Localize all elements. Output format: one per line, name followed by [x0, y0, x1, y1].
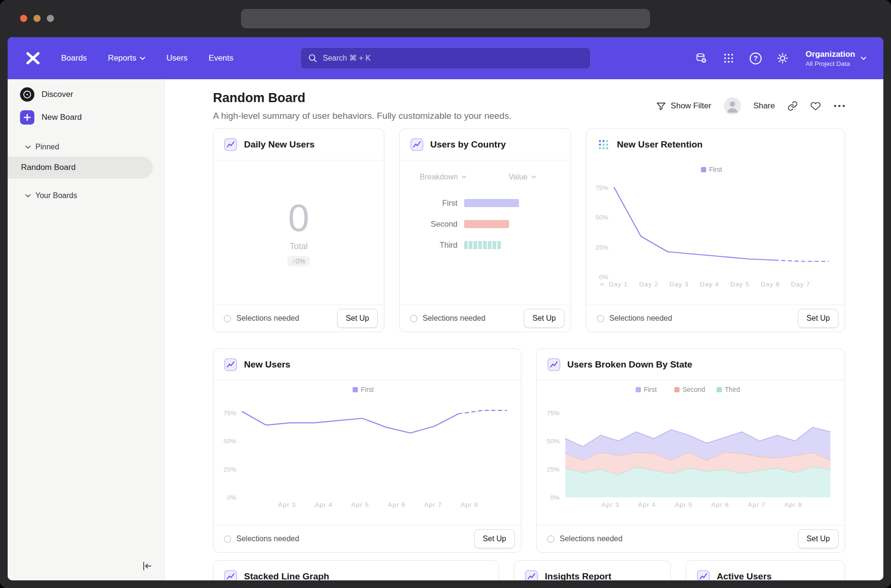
- sidebar-item-discover[interactable]: Discover: [8, 83, 164, 106]
- collapse-sidebar-icon[interactable]: [140, 559, 154, 573]
- sidebar-section-pinned[interactable]: Pinned: [8, 137, 164, 157]
- app-header: Boards Reports Users Events: [8, 37, 883, 79]
- help-icon[interactable]: ?: [750, 52, 762, 64]
- setup-button[interactable]: Set Up: [798, 529, 838, 548]
- svg-text:50%: 50%: [595, 214, 608, 221]
- svg-text:Apr 8: Apr 8: [785, 501, 802, 508]
- address-bar[interactable]: [241, 9, 650, 28]
- settings-gear-icon[interactable]: [776, 52, 789, 65]
- more-options-icon[interactable]: [833, 104, 846, 108]
- card-title: Users Broken Down By State: [567, 359, 692, 370]
- global-search[interactable]: [300, 47, 591, 69]
- card-users-by-country: Users by Country Breakdown Value: [399, 128, 571, 332]
- svg-text:Apr 7: Apr 7: [748, 501, 765, 508]
- app-window: Boards Reports Users Events: [0, 0, 891, 588]
- close-window-button[interactable]: [20, 15, 27, 22]
- stat-value: 0: [288, 199, 309, 237]
- svg-text:25%: 25%: [223, 466, 236, 473]
- setup-button[interactable]: Set Up: [474, 529, 515, 548]
- new-users-line-chart: 75%50%25%0%Apr 3Apr 4Apr 5Apr 6Apr 7Apr …: [213, 380, 521, 525]
- minimize-window-button[interactable]: [33, 15, 41, 22]
- card-body: 75%50%25%0%Apr 3Apr 4Apr 5Apr 6Apr 7Apr …: [537, 380, 845, 525]
- show-filter-button[interactable]: Show Filter: [656, 101, 711, 111]
- card-title: Daily New Users: [244, 139, 315, 150]
- card-body: Breakdown Value: [400, 160, 571, 304]
- sidebar-item-new-board[interactable]: New Board: [8, 106, 164, 129]
- chevron-down-icon: [140, 57, 145, 60]
- window-titlebar: [0, 0, 891, 37]
- card-title: Stacked Line Graph: [244, 571, 329, 581]
- setup-button[interactable]: Set Up: [337, 309, 378, 328]
- status-text: Selections needed: [560, 535, 623, 543]
- card-stacked-line-graph: Stacked Line Graph: [213, 560, 499, 580]
- card-title: New Users: [244, 359, 290, 370]
- share-button[interactable]: Share: [753, 101, 775, 111]
- stat-delta: ↑0%: [287, 256, 309, 266]
- content-row: Discover New Board Pinned Random Board: [8, 79, 883, 580]
- card-footer: Selections needed Set Up: [586, 304, 845, 332]
- nav-boards[interactable]: Boards: [61, 53, 87, 63]
- card-title: Users by Country: [430, 139, 506, 150]
- nav-reports[interactable]: Reports: [108, 53, 146, 63]
- org-project: All Project Data: [806, 60, 855, 67]
- setup-button[interactable]: Set Up: [798, 309, 838, 328]
- card-new-user-retention: New User Retention 75%50%25%0%Day 1Day 2…: [586, 128, 845, 332]
- mixpanel-logo-icon[interactable]: [25, 50, 41, 66]
- svg-text:First: First: [361, 386, 374, 393]
- nav-users[interactable]: Users: [166, 53, 187, 63]
- retention-line-chart: 75%50%25%0%Day 1Day 2Day 3Day 4Day 5Day …: [586, 160, 845, 304]
- svg-text:Day 6: Day 6: [761, 281, 780, 288]
- country-bar-first: [464, 199, 519, 207]
- card-header: Stacked Line Graph: [213, 561, 499, 580]
- country-row-label: Third: [400, 241, 457, 250]
- status-ring-icon: [224, 315, 231, 322]
- data-management-icon[interactable]: [694, 52, 708, 65]
- svg-text:Apr 6: Apr 6: [388, 501, 405, 508]
- svg-text:Day 5: Day 5: [730, 281, 749, 288]
- value-dropdown[interactable]: Value: [509, 173, 536, 181]
- sidebar-item-random-board[interactable]: Random Board: [8, 157, 153, 178]
- apps-grid-icon[interactable]: [722, 52, 735, 65]
- org-switcher[interactable]: Organization All Project Data: [806, 49, 866, 67]
- zoom-window-button[interactable]: [47, 15, 54, 22]
- card-header: New Users: [213, 349, 521, 380]
- chevron-down-icon: [861, 57, 866, 60]
- country-bars: First Second Third: [400, 199, 571, 250]
- nav-events-label: Events: [209, 53, 233, 63]
- favorite-heart-icon[interactable]: [810, 101, 821, 111]
- status-text: Selections needed: [236, 314, 299, 323]
- card-daily-new-users: Daily New Users 0 Total ↑0% Selections n…: [213, 128, 384, 332]
- breakdown-label: Breakdown: [420, 173, 458, 181]
- svg-text:Apr 3: Apr 3: [602, 501, 619, 508]
- line-chart-icon: [224, 358, 237, 371]
- svg-text:0%: 0%: [227, 494, 236, 501]
- search-input[interactable]: [323, 54, 583, 63]
- card-header: Users Broken Down By State: [537, 349, 845, 380]
- svg-text:First: First: [644, 386, 657, 393]
- card-users-by-state: Users Broken Down By State 75%50%25%0%Ap…: [536, 348, 845, 553]
- avatar[interactable]: [724, 97, 741, 115]
- status-ring-icon: [547, 536, 554, 543]
- setup-button[interactable]: Set Up: [524, 309, 564, 328]
- copy-link-icon[interactable]: [787, 101, 798, 111]
- new-board-label: New Board: [42, 113, 82, 122]
- search-icon: [308, 53, 318, 63]
- card-header: Daily New Users: [213, 129, 384, 160]
- svg-text:Apr 3: Apr 3: [278, 501, 296, 508]
- breakdown-dropdown[interactable]: Breakdown: [420, 173, 509, 181]
- primary-nav: Boards Reports Users Events: [61, 53, 233, 63]
- svg-text:25%: 25%: [595, 244, 608, 251]
- sidebar-section-your-boards[interactable]: Your Boards: [8, 186, 164, 205]
- svg-text:Apr 4: Apr 4: [315, 501, 332, 508]
- svg-text:Apr 6: Apr 6: [711, 501, 729, 508]
- stat-label: Total: [289, 242, 308, 252]
- line-chart-icon: [410, 138, 424, 151]
- country-row-label: Second: [400, 220, 457, 229]
- page-title: Random Board: [213, 91, 306, 105]
- card-footer: Selections needed Set Up: [213, 304, 384, 332]
- card-new-users: New Users 75%50%25%0%Apr 3Apr 4Apr 5Apr …: [213, 348, 521, 553]
- nav-events[interactable]: Events: [209, 53, 233, 63]
- card-footer: Selections needed Set Up: [400, 304, 571, 332]
- line-chart-icon: [547, 358, 561, 371]
- card-active-users: Active Users: [686, 560, 845, 580]
